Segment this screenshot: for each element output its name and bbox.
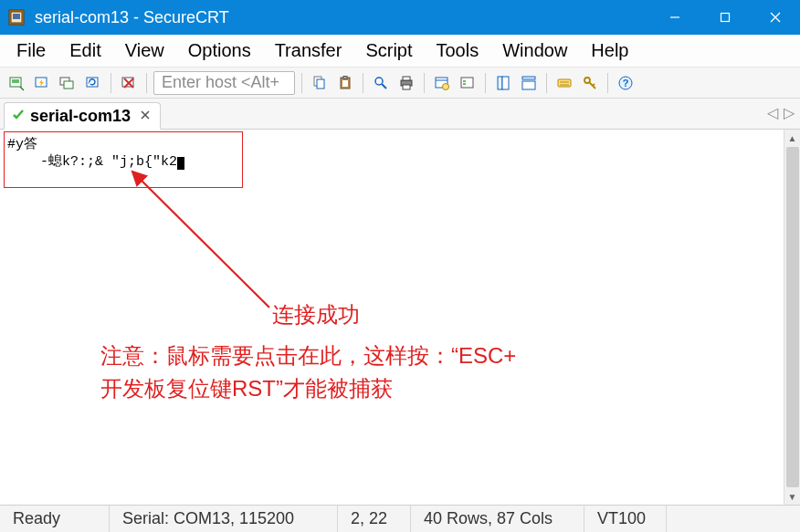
statusbar: Ready Serial: COM13, 115200 2, 22 40 Row… [0, 505, 800, 532]
status-term-type: VT100 [584, 506, 667, 532]
toolbar-separator [146, 73, 147, 93]
svg-rect-8 [12, 79, 19, 83]
paste-icon[interactable] [334, 72, 356, 94]
keymap-icon[interactable] [553, 72, 575, 94]
scroll-down-icon[interactable]: ▼ [784, 488, 800, 505]
workarea: #y答 -螅k?:;& "j;b{"k2 连接成功 注意：鼠标需要点击在此，这样… [0, 130, 800, 505]
menubar: File Edit View Options Transfer Script T… [0, 35, 800, 68]
svg-rect-32 [498, 77, 502, 89]
help-icon[interactable]: ? [615, 72, 637, 94]
minimize-button[interactable] [649, 0, 700, 35]
svg-rect-33 [502, 77, 509, 89]
svg-rect-29 [461, 78, 473, 88]
connect-icon[interactable] [5, 72, 27, 94]
toolbar-separator [363, 73, 363, 93]
svg-line-41 [593, 84, 595, 86]
properties-icon[interactable] [431, 72, 453, 94]
svg-rect-2 [13, 14, 20, 19]
menu-help[interactable]: Help [580, 37, 639, 65]
terminal[interactable]: #y答 -螅k?:;& "j;b{"k2 [4, 133, 784, 501]
svg-point-28 [443, 83, 449, 89]
toolbar-separator [111, 73, 111, 93]
tab-close-icon[interactable] [140, 108, 151, 124]
host-placeholder-text: Enter host <Alt+ [162, 73, 279, 92]
scroll-up-icon[interactable]: ▲ [784, 130, 800, 146]
window-title: serial-com13 - SecureCRT [35, 8, 649, 27]
svg-rect-4 [721, 14, 729, 22]
tab-nav-arrows: ◁ ▷ [767, 104, 795, 121]
svg-text:?: ? [623, 78, 629, 89]
svg-line-22 [382, 84, 386, 89]
close-button[interactable] [750, 0, 800, 35]
connect-in-tab-icon[interactable] [57, 72, 79, 94]
terminal-line: -螅k?:;& "j;b{"k2 [7, 154, 177, 170]
status-spacer [667, 506, 800, 532]
menu-transfer[interactable]: Transfer [264, 37, 353, 65]
svg-rect-11 [64, 81, 73, 89]
svg-rect-36 [558, 79, 571, 87]
svg-rect-20 [342, 80, 348, 87]
reconnect-icon[interactable] [82, 72, 104, 94]
print-icon[interactable] [395, 72, 417, 94]
toolbar: Enter host <Alt+ ? [0, 68, 800, 99]
menu-script[interactable]: Script [354, 37, 423, 65]
find-icon[interactable] [370, 72, 392, 94]
toolbar-separator [301, 73, 302, 93]
command-manager-icon[interactable] [518, 72, 540, 94]
options-icon[interactable] [457, 72, 479, 94]
app-icon [7, 8, 26, 26]
menu-window[interactable]: Window [491, 37, 578, 65]
tab-label: serial-com13 [30, 107, 131, 126]
menu-options[interactable]: Options [177, 37, 262, 65]
status-size: 40 Rows, 87 Cols [411, 506, 584, 532]
key-icon[interactable] [579, 72, 601, 94]
window-titlebar: serial-com13 - SecureCRT [0, 0, 800, 35]
toolbar-separator [485, 73, 486, 93]
svg-rect-25 [403, 85, 410, 89]
svg-rect-35 [522, 81, 535, 89]
status-ready: Ready [0, 506, 110, 532]
svg-point-21 [375, 78, 383, 85]
terminal-line: #y答 [7, 137, 37, 152]
maximize-button[interactable] [700, 0, 750, 35]
toolbar-separator [546, 73, 547, 93]
svg-rect-30 [463, 80, 466, 82]
tab-next-icon[interactable]: ▷ [784, 104, 795, 121]
svg-rect-34 [522, 77, 535, 79]
terminal-cursor [177, 157, 184, 170]
vertical-scrollbar[interactable]: ▲ ▼ [784, 130, 800, 505]
menu-edit[interactable]: Edit [58, 37, 111, 65]
svg-rect-24 [403, 77, 410, 80]
toolbar-separator [607, 73, 608, 93]
host-input[interactable]: Enter host <Alt+ [153, 71, 295, 95]
status-cursor-pos: 2, 22 [338, 506, 411, 532]
window-controls [649, 0, 800, 35]
svg-rect-17 [317, 79, 324, 89]
status-connection: Serial: COM13, 115200 [110, 506, 338, 532]
menu-file[interactable]: File [5, 37, 57, 65]
tab-prev-icon[interactable]: ◁ [767, 104, 778, 121]
scroll-thumb[interactable] [786, 147, 799, 487]
toolbar-separator [424, 73, 425, 93]
svg-rect-19 [343, 76, 347, 78]
copy-icon[interactable] [309, 72, 331, 94]
menu-view[interactable]: View [114, 37, 175, 65]
session-tab[interactable]: serial-com13 [4, 102, 161, 130]
tabbar: serial-com13 ◁ ▷ [0, 99, 800, 130]
menu-tools[interactable]: Tools [426, 37, 490, 65]
connected-check-icon [12, 109, 25, 124]
session-manager-icon[interactable] [492, 72, 514, 94]
disconnect-icon[interactable] [118, 72, 140, 94]
svg-rect-31 [463, 83, 466, 85]
quick-connect-icon[interactable] [31, 72, 53, 94]
